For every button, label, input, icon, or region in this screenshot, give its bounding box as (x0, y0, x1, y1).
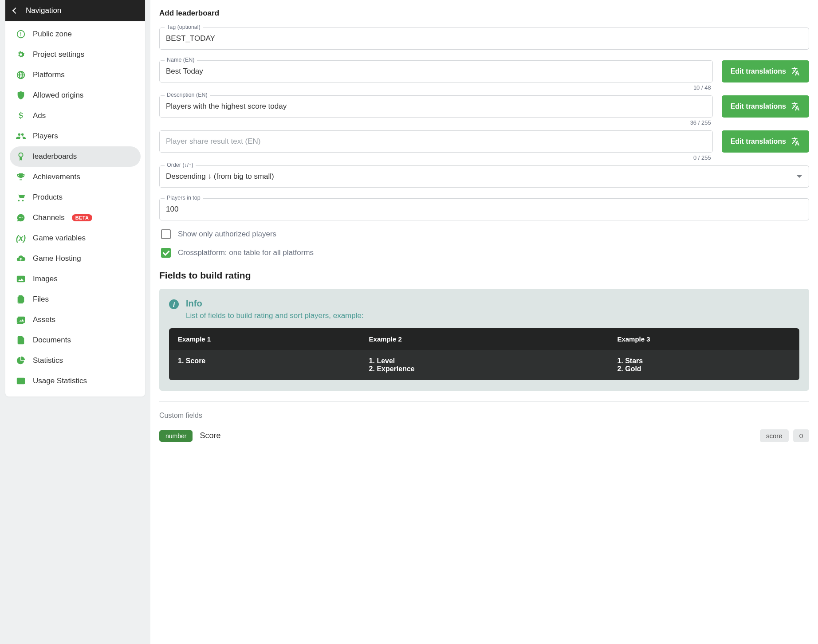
name-label: Name (EN) (165, 57, 197, 63)
checkbox-label: Show only authorized players (178, 230, 276, 239)
example-table: Example 1 Example 2 Example 3 1. Score 1… (169, 328, 799, 380)
custom-fields-label: Custom fields (159, 412, 809, 420)
players-in-top-label: Players in top (165, 195, 203, 201)
sidebar-item-label: Usage Statistics (33, 377, 87, 385)
sidebar-header[interactable]: Navigation (5, 0, 145, 21)
button-label: Edit translations (731, 137, 786, 145)
sidebar-item-label: Products (33, 193, 63, 202)
description-label: Description (EN) (165, 92, 210, 98)
share-text-input[interactable] (159, 130, 713, 153)
sidebar-item-label: Project settings (33, 50, 84, 59)
fields-section-title: Fields to build rating (159, 270, 809, 281)
sidebar-item-label: Game variables (33, 234, 86, 243)
crossplatform-checkbox-row[interactable]: Crossplatform: one table for all platfor… (161, 248, 809, 258)
sidebar-item-achievements[interactable]: Achievements (10, 167, 141, 187)
globe-icon (16, 70, 26, 80)
custom-fields-section: Custom fields number Score score 0 (159, 401, 809, 442)
cart-icon (16, 192, 26, 202)
info-icon: i (169, 299, 179, 309)
info-panel: i Info List of fields to build rating an… (159, 289, 809, 391)
tag-label: Tag (optional) (165, 24, 203, 30)
example-cell: 1. Level 2. Experience (360, 350, 609, 380)
sidebar-item-label: Documents (33, 336, 71, 345)
checkbox-checked-icon (161, 248, 171, 258)
field-type-chip: number (159, 430, 193, 442)
main-content: Add leaderboard Tag (optional) Name (EN)… (150, 0, 818, 644)
translate-icon (790, 137, 800, 146)
button-label: Edit translations (731, 102, 786, 110)
chevron-left-icon (12, 8, 19, 14)
sidebar-item-label: Ads (33, 111, 46, 120)
field-name-label: Score (200, 431, 220, 440)
order-label: Order (↓/↑) (165, 162, 196, 168)
pie-chart-icon (16, 356, 26, 365)
sidebar-item-label: Channels (33, 213, 65, 222)
variable-icon: (x) (16, 233, 26, 243)
sidebar-item-assets[interactable]: Assets (10, 310, 141, 330)
sidebar-item-label: Images (33, 275, 58, 283)
sidebar-item-label: Allowed origins (33, 91, 83, 100)
sidebar-item-statistics[interactable]: Statistics (10, 350, 141, 371)
edit-translations-button[interactable]: Edit translations (722, 130, 809, 153)
edit-translations-button[interactable]: Edit translations (722, 95, 809, 118)
translate-icon (790, 67, 800, 76)
users-icon (16, 131, 26, 141)
sidebar-item-label: Assets (33, 315, 55, 324)
sidebar-item-ads[interactable]: Ads (10, 106, 141, 126)
sidebar-item-leaderboards[interactable]: leaderboards (10, 146, 141, 167)
cloud-upload-icon (16, 254, 26, 263)
tag-input[interactable] (159, 27, 809, 50)
authorized-checkbox-row[interactable]: Show only authorized players (161, 229, 809, 239)
chevron-down-icon (797, 175, 802, 178)
sidebar-item-label: Public zone (33, 30, 72, 39)
info-icon (16, 29, 26, 39)
field-value-pill: 0 (793, 429, 809, 442)
sidebar-item-products[interactable]: Products (10, 187, 141, 208)
info-text: List of fields to build rating and sort … (186, 311, 364, 320)
order-value: Descending ↓ (from big to small) (166, 172, 274, 181)
sidebar-item-label: Game Hosting (33, 254, 81, 263)
example-header: Example 2 (360, 328, 609, 350)
example-cell: 1. Stars 2. Gold (608, 350, 799, 380)
example-cell: 1. Score (169, 350, 360, 380)
sidebar-item-players[interactable]: Players (10, 126, 141, 146)
sidebar-item-allowed-origins[interactable]: Allowed origins (10, 85, 141, 106)
sidebar-item-game-hosting[interactable]: Game Hosting (10, 248, 141, 269)
sidebar-item-channels[interactable]: Channels BETA (10, 208, 141, 228)
dollar-icon (16, 111, 26, 121)
sidebar-title: Navigation (26, 6, 61, 15)
checkbox-unchecked-icon (161, 229, 171, 239)
sidebar-item-label: Achievements (33, 173, 80, 181)
sidebar-item-project-settings[interactable]: Project settings (10, 44, 141, 65)
field-key-pill: score (760, 429, 789, 442)
name-input[interactable] (159, 60, 713, 82)
description-input[interactable] (159, 95, 713, 118)
sidebar-item-label: leaderboards (33, 152, 77, 161)
sidebar-item-files[interactable]: Files (10, 289, 141, 310)
sidebar-item-public-zone[interactable]: Public zone (10, 24, 141, 44)
sidebar-item-documents[interactable]: Documents (10, 330, 141, 350)
sidebar-item-platforms[interactable]: Platforms (10, 65, 141, 85)
sidebar-item-label: Statistics (33, 356, 63, 365)
order-select[interactable]: Descending ↓ (from big to small) (159, 165, 809, 188)
edit-translations-button[interactable]: Edit translations (722, 60, 809, 82)
players-in-top-input[interactable] (159, 198, 809, 220)
sidebar-item-label: Players (33, 132, 58, 141)
button-label: Edit translations (731, 67, 786, 75)
sidebar-item-label: Platforms (33, 71, 65, 79)
example-header: Example 3 (608, 328, 799, 350)
example-header: Example 1 (169, 328, 360, 350)
files-icon (16, 295, 26, 304)
sidebar: Navigation Public zone Project settings … (5, 0, 145, 397)
share-counter: 0 / 255 (159, 154, 713, 161)
sidebar-item-game-variables[interactable]: (x) Game variables (10, 228, 141, 248)
page-title: Add leaderboard (159, 9, 809, 18)
sidebar-item-images[interactable]: Images (10, 269, 141, 289)
checkbox-label: Crossplatform: one table for all platfor… (178, 248, 314, 257)
gallery-icon (16, 315, 26, 325)
medal-icon (16, 152, 26, 161)
sidebar-item-usage-statistics[interactable]: Usage Statistics (10, 371, 141, 391)
custom-field-row[interactable]: number Score score 0 (159, 429, 809, 442)
nav-list: Public zone Project settings Platforms A… (5, 21, 145, 397)
chat-icon (16, 213, 26, 223)
